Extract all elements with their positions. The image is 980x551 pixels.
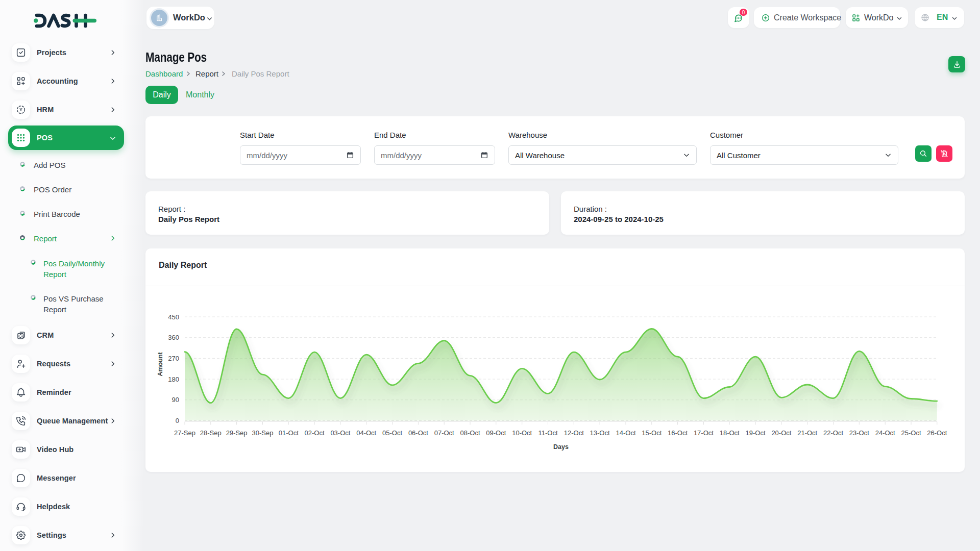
svg-text:21-Oct: 21-Oct <box>797 429 817 437</box>
svg-text:30-Sep: 30-Sep <box>252 429 274 437</box>
svg-text:15-Oct: 15-Oct <box>642 429 662 437</box>
svg-text:23-Oct: 23-Oct <box>849 429 869 437</box>
svg-text:270: 270 <box>168 355 179 362</box>
svg-text:29-Sep: 29-Sep <box>226 429 248 437</box>
svg-text:18-Oct: 18-Oct <box>720 429 740 437</box>
svg-text:26-Oct: 26-Oct <box>927 429 947 437</box>
svg-text:13-Oct: 13-Oct <box>590 429 610 437</box>
svg-text:12-Oct: 12-Oct <box>564 429 584 437</box>
svg-text:450: 450 <box>168 313 179 321</box>
svg-text:02-Oct: 02-Oct <box>305 429 325 437</box>
svg-text:20-Oct: 20-Oct <box>771 429 791 437</box>
svg-text:11-Oct: 11-Oct <box>538 429 557 437</box>
svg-text:Days: Days <box>553 443 569 450</box>
svg-text:24-Oct: 24-Oct <box>875 429 895 437</box>
svg-text:180: 180 <box>168 375 179 383</box>
svg-text:05-Oct: 05-Oct <box>382 429 402 437</box>
svg-text:01-Oct: 01-Oct <box>279 429 299 437</box>
svg-text:22-Oct: 22-Oct <box>823 429 843 437</box>
svg-text:19-Oct: 19-Oct <box>746 429 766 437</box>
svg-text:28-Sep: 28-Sep <box>200 429 222 437</box>
svg-text:03-Oct: 03-Oct <box>330 429 350 437</box>
svg-text:04-Oct: 04-Oct <box>356 429 376 437</box>
svg-text:27-Sep: 27-Sep <box>174 429 195 437</box>
svg-text:90: 90 <box>172 396 179 404</box>
svg-text:360: 360 <box>168 334 179 341</box>
svg-text:0: 0 <box>176 417 179 424</box>
svg-text:17-Oct: 17-Oct <box>694 429 714 437</box>
svg-text:14-Oct: 14-Oct <box>616 429 635 437</box>
svg-text:25-Oct: 25-Oct <box>901 429 921 437</box>
svg-text:09-Oct: 09-Oct <box>486 429 506 437</box>
svg-text:08-Oct: 08-Oct <box>460 429 480 437</box>
svg-text:07-Oct: 07-Oct <box>434 429 454 437</box>
svg-text:Amount: Amount <box>157 352 164 377</box>
svg-text:06-Oct: 06-Oct <box>408 429 428 437</box>
svg-text:16-Oct: 16-Oct <box>668 429 688 437</box>
svg-text:10-Oct: 10-Oct <box>512 429 532 437</box>
